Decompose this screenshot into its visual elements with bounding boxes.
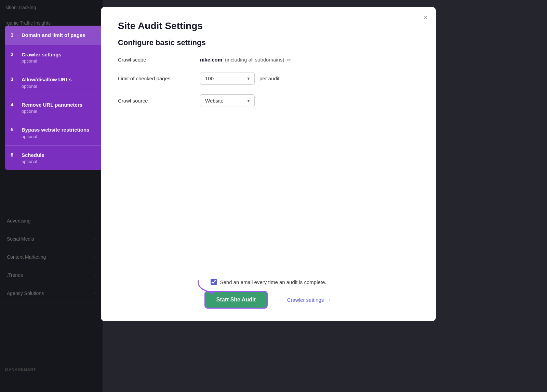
steps-panel: 1 Domain and limit of pages 2 Crawler se…: [5, 26, 103, 170]
step-2-subtitle: optional: [22, 58, 62, 64]
svg-marker-0: [210, 292, 214, 295]
actions-row: Start Site Audit Crawler settings →: [118, 292, 419, 308]
step-6-number: 6: [11, 152, 17, 158]
crawl-source-label: Crawl source: [118, 98, 193, 104]
settings-form: Crawl scope nike.com (including all subd…: [118, 57, 419, 272]
modal-bottom: Send an email every time an audit is com…: [118, 272, 419, 308]
step-6-title: Schedule: [22, 152, 44, 159]
step-5-number: 5: [11, 126, 17, 132]
step-2[interactable]: 2 Crawler settings optional: [5, 45, 103, 70]
step-3-title: Allow/disallow URLs: [22, 76, 72, 83]
step-5-title: Bypass website restrictions: [22, 126, 89, 133]
per-audit-text: per audit: [259, 76, 279, 81]
limit-select[interactable]: 100 500 1000 5000 10000: [200, 72, 255, 85]
step-4-subtitle: optional: [22, 109, 82, 114]
crawl-scope-label: Crawl scope: [118, 57, 193, 63]
arrow-annotation: [195, 279, 222, 296]
email-label: Send an email every time an audit is com…: [220, 279, 326, 285]
step-2-number: 2: [11, 51, 17, 57]
step-5[interactable]: 5 Bypass website restrictions optional: [5, 120, 103, 146]
limit-label: Limit of checked pages: [118, 76, 193, 81]
step-4-number: 4: [11, 102, 17, 107]
modal-dialog: × Site Audit Settings Configure basic se…: [101, 7, 436, 321]
step-2-title: Crawler settings: [22, 51, 62, 58]
email-notification-row: Send an email every time an audit is com…: [118, 279, 419, 285]
step-5-subtitle: optional: [22, 134, 89, 139]
step-1-title: Domain and limit of pages: [22, 32, 85, 39]
step-4-title: Remove URL parameters: [22, 102, 82, 108]
step-3[interactable]: 3 Allow/disallow URLs optional: [5, 70, 103, 95]
modal-title: Site Audit Settings: [118, 21, 419, 31]
limit-pages-row: Limit of checked pages 100 500 1000 5000…: [118, 72, 419, 85]
domain-value: nike.com: [200, 57, 222, 63]
step-3-number: 3: [11, 76, 17, 82]
step-6[interactable]: 6 Schedule optional: [5, 146, 103, 171]
crawl-scope-row: Crawl scope nike.com (including all subd…: [118, 57, 419, 63]
step-1-number: 1: [11, 32, 17, 38]
domain-qualifier: (including all subdomains): [225, 57, 284, 63]
crawl-scope-value: nike.com (including all subdomains) ✏: [200, 57, 291, 63]
section-title: Configure basic settings: [118, 38, 419, 47]
crawl-source-row: Crawl source Website Sitemap txt list ▼: [118, 94, 419, 107]
crawler-settings-link[interactable]: Crawler settings →: [287, 297, 332, 303]
arrow-right-icon: →: [326, 297, 331, 303]
step-3-subtitle: optional: [22, 84, 72, 89]
step-4[interactable]: 4 Remove URL parameters optional: [5, 95, 103, 121]
step-6-subtitle: optional: [22, 159, 44, 164]
close-button[interactable]: ×: [423, 14, 428, 21]
step-1[interactable]: 1 Domain and limit of pages: [5, 26, 103, 45]
crawl-source-select[interactable]: Website Sitemap txt list: [200, 94, 255, 107]
edit-icon[interactable]: ✏: [287, 57, 291, 63]
crawl-source-select-wrapper: Website Sitemap txt list ▼: [200, 94, 255, 107]
limit-select-wrapper: 100 500 1000 5000 10000 ▼: [200, 72, 255, 85]
